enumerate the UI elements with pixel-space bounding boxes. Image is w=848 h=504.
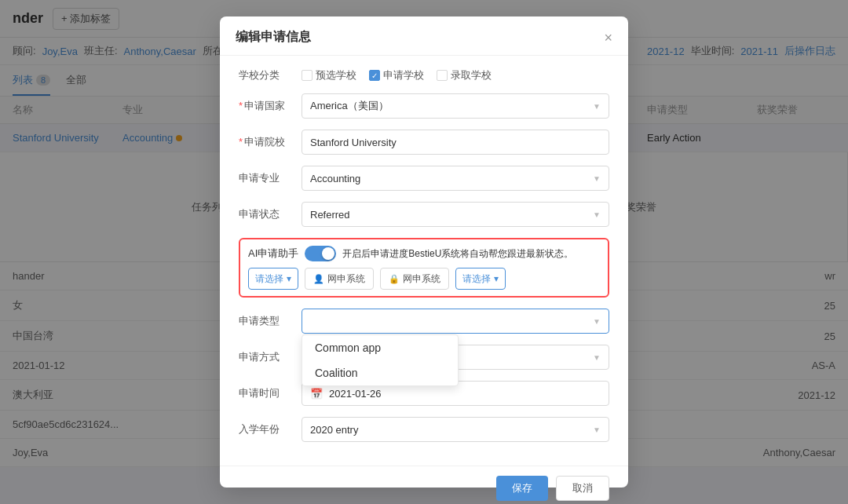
status-select[interactable]: Referred ▼ (302, 202, 609, 227)
modal-header: 编辑申请信息 × (220, 16, 628, 56)
apply-type-label: 申请类型 (239, 314, 302, 328)
entry-year-row: 入学年份 2020 entry ▼ (239, 417, 609, 442)
apply-type-option-coalition[interactable]: Coalition (302, 360, 458, 385)
country-select-wrapper: America（美国） ▼ (302, 93, 609, 119)
checkbox-pre-select-box[interactable] (302, 70, 313, 81)
status-label: 申请状态 (239, 207, 302, 221)
apply-method-arrow: ▼ (593, 353, 601, 362)
major-select-wrapper: Accounting ▼ (302, 166, 609, 191)
status-row: 申请状态 Referred ▼ (239, 202, 609, 227)
apply-type-option-common-app[interactable]: Common app (302, 335, 458, 360)
apply-method-label: 申请方式 (239, 350, 302, 364)
calendar-icon: 📅 (310, 388, 323, 400)
apply-type-arrow: ▼ (593, 317, 601, 326)
modal-footer: 保存 取消 (220, 466, 628, 504)
modal-close-button[interactable]: × (604, 31, 612, 45)
country-row: 申请国家 America（美国） ▼ (239, 93, 609, 119)
status-select-arrow: ▼ (593, 210, 601, 219)
entry-year-select[interactable]: 2020 entry ▼ (302, 417, 609, 442)
ai-actions: 请选择 ▾ 👤 网申系统 🔒 网申系统 请选择 ▾ (248, 268, 600, 290)
ai-description: 开启后申请进度BestieU系统将自动帮您跟进最新状态。 (342, 247, 573, 261)
status-select-wrapper: Referred ▼ (302, 202, 609, 227)
save-button[interactable]: 保存 (496, 476, 548, 501)
entry-year-arrow: ▼ (593, 425, 601, 434)
checkbox-apply[interactable]: 申请学校 (369, 68, 424, 82)
checkbox-group: 预选学校 申请学校 录取学校 (302, 68, 609, 82)
ai-select-button[interactable]: 请选择 ▾ (248, 268, 298, 290)
ai-label: AI申请助手 (248, 247, 298, 261)
major-row: 申请专业 Accounting ▼ (239, 166, 609, 191)
ai-toggle[interactable] (305, 246, 336, 261)
ai-assistant-box: AI申请助手 开启后申请进度BestieU系统将自动帮您跟进最新状态。 请选择 … (239, 238, 609, 298)
apply-type-dropdown: Common app Coalition (302, 334, 459, 386)
checkbox-apply-box[interactable] (369, 70, 380, 81)
lock-icon: 🔒 (389, 274, 400, 284)
apply-type-wrapper: ▼ Common app Coalition (302, 309, 609, 334)
major-label: 申请专业 (239, 171, 302, 185)
person-icon: 👤 (313, 274, 324, 284)
modal-body: 学校分类 预选学校 申请学校 录取学校 (220, 56, 628, 466)
entry-year-label: 入学年份 (239, 422, 302, 436)
modal-dialog: 编辑申请信息 × 学校分类 预选学校 申请学校 (220, 16, 628, 488)
country-label: 申请国家 (239, 99, 302, 113)
school-category-label: 学校分类 (239, 68, 302, 82)
checkbox-pre-select[interactable]: 预选学校 (302, 68, 356, 82)
apply-type-select[interactable]: ▼ (302, 309, 609, 334)
entry-year-wrapper: 2020 entry ▼ (302, 417, 609, 442)
ai-web-apply-btn-1[interactable]: 👤 网申系统 (305, 268, 374, 290)
ai-web-apply-btn-2[interactable]: 🔒 网申系统 (380, 268, 449, 290)
school-input-wrapper (302, 130, 609, 155)
modal-overlay[interactable]: 编辑申请信息 × 学校分类 预选学校 申请学校 (0, 0, 848, 504)
checkbox-admitted-box[interactable] (437, 70, 448, 81)
toggle-knob (322, 247, 334, 260)
chevron-down-icon-2: ▾ (494, 273, 499, 284)
school-row: 申请院校 (239, 130, 609, 155)
checkbox-admitted[interactable]: 录取学校 (437, 68, 492, 82)
country-select-arrow: ▼ (593, 102, 601, 111)
major-select[interactable]: Accounting ▼ (302, 166, 609, 191)
apply-date-label: 申请时间 (239, 386, 302, 400)
ai-select-button-2[interactable]: 请选择 ▾ (455, 268, 506, 290)
school-category-row: 学校分类 预选学校 申请学校 录取学校 (239, 68, 609, 82)
school-label: 申请院校 (239, 135, 302, 149)
ai-header: AI申请助手 开启后申请进度BestieU系统将自动帮您跟进最新状态。 (248, 246, 600, 261)
modal-title: 编辑申请信息 (236, 29, 311, 46)
country-select[interactable]: America（美国） ▼ (302, 93, 609, 119)
major-select-arrow: ▼ (593, 174, 601, 183)
school-input[interactable] (302, 130, 609, 155)
chevron-down-icon: ▾ (287, 273, 291, 284)
apply-type-row: 申请类型 ▼ Common app Coalition (239, 309, 609, 334)
cancel-button[interactable]: 取消 (556, 476, 609, 501)
